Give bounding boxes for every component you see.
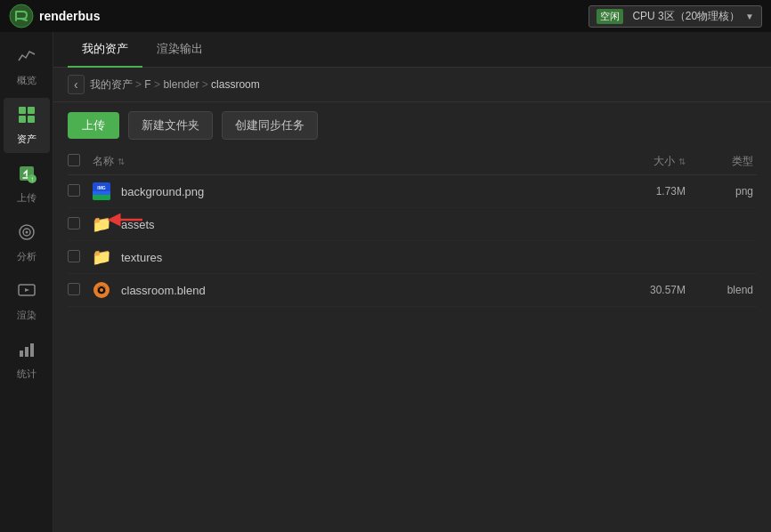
file-type-background: png bbox=[686, 185, 757, 197]
sidebar-item-overview[interactable]: 概览 bbox=[4, 39, 50, 94]
png-file-icon: IMG bbox=[93, 182, 110, 200]
breadcrumb: 我的资产 > F > blender > classroom bbox=[90, 77, 260, 93]
table-row[interactable]: 📁 textures bbox=[68, 241, 757, 274]
sidebar-item-label-stats: 统计 bbox=[17, 367, 37, 381]
file-name-cell-assets: 📁 assets bbox=[93, 215, 597, 233]
upload-button[interactable]: 上传 bbox=[68, 112, 119, 139]
upload-icon: ↑ bbox=[17, 164, 37, 188]
topbar: renderbus 空闲 CPU 3区（20物理核） ▼ bbox=[0, 0, 771, 32]
svg-rect-14 bbox=[20, 351, 23, 357]
file-name-cell-textures: 📁 textures bbox=[93, 248, 597, 266]
sidebar-item-upload[interactable]: ↑ 上传 bbox=[4, 157, 50, 212]
cpu-selector[interactable]: 空闲 CPU 3区（20物理核） ▼ bbox=[588, 5, 762, 28]
table-row[interactable]: 📁 assets bbox=[68, 208, 757, 241]
toolbar: 上传 新建文件夹 创建同步任务 bbox=[53, 102, 771, 149]
logo-text: renderbus bbox=[39, 9, 100, 23]
svg-rect-3 bbox=[19, 116, 26, 123]
file-checkbox[interactable] bbox=[68, 184, 80, 197]
breadcrumb-blender[interactable]: blender bbox=[163, 78, 199, 91]
arrow-indicator bbox=[107, 206, 151, 236]
cpu-label: CPU 3区（20物理核） bbox=[632, 9, 740, 24]
row-check-textures[interactable] bbox=[68, 250, 93, 265]
svg-text:IMG: IMG bbox=[97, 185, 106, 190]
row-check-assets[interactable] bbox=[68, 217, 93, 232]
create-sync-button[interactable]: 创建同步任务 bbox=[222, 111, 318, 140]
back-button[interactable]: ‹ bbox=[68, 75, 85, 94]
analysis-icon bbox=[17, 222, 37, 246]
svg-rect-16 bbox=[30, 343, 34, 357]
sidebar-item-assets[interactable]: 资产 bbox=[4, 98, 50, 153]
file-checkbox[interactable] bbox=[68, 283, 80, 295]
select-all-checkbox[interactable] bbox=[68, 154, 80, 166]
file-label-textures: textures bbox=[121, 251, 162, 264]
header-size[interactable]: 大小 ⇅ bbox=[597, 154, 686, 169]
folder-icon-textures: 📁 bbox=[93, 248, 110, 266]
breadcrumb-f[interactable]: F bbox=[144, 78, 150, 91]
file-label-classroom-blend: classroom.blend bbox=[121, 284, 206, 297]
logo: renderbus bbox=[9, 4, 100, 28]
svg-point-0 bbox=[10, 4, 33, 28]
file-label-background: background.png bbox=[121, 185, 204, 198]
tabs-bar: 我的资产 渲染输出 bbox=[53, 32, 771, 68]
breadcrumb-assets[interactable]: 我的资产 bbox=[90, 78, 133, 91]
new-folder-button[interactable]: 新建文件夹 bbox=[128, 111, 213, 140]
overview-icon bbox=[17, 46, 37, 70]
svg-rect-2 bbox=[28, 107, 35, 114]
svg-rect-15 bbox=[25, 347, 28, 357]
row-check-background[interactable] bbox=[68, 184, 93, 199]
tab-render-output[interactable]: 渲染输出 bbox=[142, 32, 217, 68]
header-name[interactable]: 名称 ⇅ bbox=[93, 154, 597, 169]
sidebar-item-render[interactable]: 渲染 bbox=[4, 274, 50, 329]
sidebar-item-analysis[interactable]: 分析 bbox=[4, 215, 50, 270]
svg-rect-4 bbox=[28, 116, 35, 123]
tab-assets[interactable]: 我的资产 bbox=[68, 32, 142, 68]
content-area: 我的资产 渲染输出 ‹ 我的资产 > F > blender > classro… bbox=[53, 32, 771, 532]
file-size-classroom-blend: 30.57M bbox=[597, 284, 686, 296]
render-icon bbox=[17, 281, 37, 305]
assets-icon bbox=[17, 105, 37, 129]
table-row[interactable]: IMG background.png 1.73M png bbox=[68, 175, 757, 208]
file-name-cell-classroom: classroom.blend bbox=[93, 281, 597, 299]
main-layout: 概览 资产 ↑ bbox=[0, 32, 771, 532]
file-checkbox[interactable] bbox=[68, 217, 80, 230]
dropdown-arrow-icon: ▼ bbox=[745, 12, 754, 21]
sidebar-item-label-analysis: 分析 bbox=[17, 250, 37, 263]
svg-rect-21 bbox=[93, 191, 110, 195]
sidebar: 概览 资产 ↑ bbox=[0, 32, 53, 532]
breadcrumb-classroom[interactable]: classroom bbox=[211, 78, 260, 91]
file-name-cell-background: IMG background.png bbox=[93, 182, 597, 200]
file-type-classroom-blend: blend bbox=[686, 284, 757, 296]
stats-icon bbox=[17, 340, 37, 364]
blender-file-icon bbox=[93, 281, 110, 299]
row-check-classroom-blend[interactable] bbox=[68, 283, 93, 298]
table-header: 名称 ⇅ 大小 ⇅ 类型 bbox=[68, 149, 757, 175]
file-size-background: 1.73M bbox=[597, 185, 686, 197]
file-checkbox[interactable] bbox=[68, 250, 80, 262]
sidebar-item-label-assets: 资产 bbox=[17, 133, 37, 146]
sidebar-item-stats[interactable]: 统计 bbox=[4, 333, 50, 388]
sidebar-item-label-upload: 上传 bbox=[17, 191, 37, 205]
svg-marker-13 bbox=[25, 288, 29, 292]
svg-point-25 bbox=[100, 288, 103, 292]
svg-point-11 bbox=[25, 231, 28, 234]
header-check[interactable] bbox=[68, 154, 93, 169]
name-sort-icon: ⇅ bbox=[118, 157, 125, 166]
svg-text:↑: ↑ bbox=[30, 175, 34, 183]
svg-rect-1 bbox=[19, 107, 26, 114]
cpu-status-badge: 空闲 bbox=[597, 9, 623, 24]
renderbus-logo-icon bbox=[9, 4, 34, 28]
table-row[interactable]: classroom.blend 30.57M blend bbox=[68, 274, 757, 307]
breadcrumb-bar: ‹ 我的资产 > F > blender > classroom bbox=[53, 68, 771, 102]
size-sort-icon: ⇅ bbox=[678, 157, 686, 166]
header-type: 类型 bbox=[686, 154, 757, 169]
sidebar-item-label-overview: 概览 bbox=[17, 74, 37, 87]
sidebar-item-label-render: 渲染 bbox=[17, 309, 37, 322]
file-table: 名称 ⇅ 大小 ⇅ 类型 bbox=[53, 149, 771, 532]
